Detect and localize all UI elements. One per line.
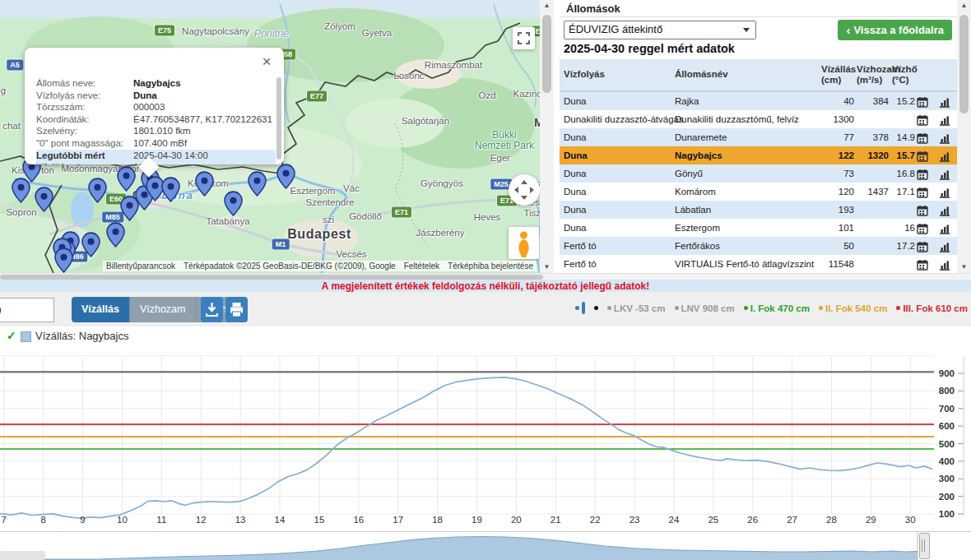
map-label: Vác: [343, 183, 360, 193]
station-marker[interactable]: [248, 171, 267, 197]
print-button[interactable]: [225, 297, 248, 322]
bar-chart-icon: [939, 241, 950, 252]
scrollbar-thumb[interactable]: [542, 15, 551, 93]
marker-pin-icon: [195, 171, 214, 197]
station-marker[interactable]: [161, 177, 180, 202]
report-map-error-link[interactable]: Térképhiba bejelentése: [448, 261, 533, 271]
region-select-value: ÉDUVIZIG áttekintő: [569, 23, 662, 35]
marker-pin-icon: [106, 222, 125, 248]
station-marker[interactable]: [276, 164, 295, 189]
download-button[interactable]: [201, 297, 223, 322]
svg-text:17: 17: [393, 515, 403, 525]
svg-text:900: 900: [939, 368, 955, 378]
svg-text:500: 500: [939, 439, 955, 449]
map[interactable]: gchatNagytapolcsányPonitrieZólyomGyetvaL…: [0, 0, 540, 273]
scroll-down-icon[interactable]: ▼: [540, 261, 554, 273]
station-marker[interactable]: [117, 166, 136, 192]
station-marker[interactable]: [88, 178, 107, 203]
bar-chart-icon: [939, 132, 950, 144]
calendar-icon: [917, 223, 928, 234]
bar-chart-icon: [939, 150, 950, 162]
legend-item[interactable]: II. Fok 540 cm: [819, 303, 887, 313]
bar-chart-icon: [939, 187, 950, 198]
series-toggle-label: Vízállás: Nagybajcs: [35, 330, 128, 342]
water-level-chart[interactable]: 1002003004005006007008009007891011121314…: [0, 345, 971, 531]
region-select[interactable]: ÉDUVIZIG áttekintő: [564, 21, 756, 39]
panel-vertical-scrollbar[interactable]: ▲ ▼: [957, 0, 971, 273]
back-to-main-button[interactable]: ‹Vissza a főoldalra: [838, 20, 952, 40]
info-row-label: Koordináták:: [36, 113, 133, 126]
table-row[interactable]: DunaRajka4038415.2: [560, 92, 957, 110]
table-row[interactable]: DunaDunaremete7737814.9: [560, 128, 957, 146]
station-marker[interactable]: [12, 178, 30, 203]
chart-navigator[interactable]: [0, 531, 971, 560]
map-vertical-scrollbar[interactable]: ▲ ▼: [540, 0, 554, 273]
map-label: Vecsés: [336, 249, 366, 259]
marker-pin-icon: [54, 248, 73, 273]
calendar-button[interactable]: [917, 258, 933, 273]
legend-item[interactable]: [594, 306, 598, 310]
pegman-icon: [509, 227, 539, 259]
tab-vizallas[interactable]: Vízállás: [72, 297, 130, 322]
legend-marker-bar: [582, 302, 585, 314]
table-row[interactable]: DunaNagybajcs122132015.7: [560, 146, 957, 164]
station-marker[interactable]: [106, 222, 125, 248]
table-row[interactable]: DunaEsztergom10116: [560, 219, 957, 237]
table-row[interactable]: DunaLábatlan193: [560, 201, 957, 219]
water-level-value: 1300: [821, 110, 854, 128]
scroll-up-icon[interactable]: ▲: [540, 0, 554, 12]
legend-item[interactable]: LKV -53 cm: [607, 303, 666, 313]
map-label: Losonc: [393, 71, 424, 81]
water-level-value: 40: [821, 92, 854, 110]
scrollbar-thumb[interactable]: [959, 15, 969, 113]
close-icon[interactable]: ×: [259, 54, 274, 69]
table-row[interactable]: Dunakiliti duzzasztó-átvágásDunakiliti d…: [560, 110, 957, 128]
marker-pin-icon: [12, 178, 30, 203]
series-toggle-row[interactable]: ✓ Vízállás: Nagybajcs: [0, 326, 971, 345]
scroll-up-icon[interactable]: ▲: [957, 0, 971, 12]
road-sign-e71: E71: [392, 207, 411, 218]
station-marker[interactable]: [54, 248, 73, 273]
printer-icon: [225, 297, 248, 322]
scroll-down-icon[interactable]: ▼: [957, 261, 971, 273]
tab-vizhozam[interactable]: Vízhozam: [130, 297, 197, 322]
legend-item[interactable]: LNV 908 cm: [675, 303, 735, 313]
table-row[interactable]: DunaKomárom120143717.1: [560, 183, 957, 201]
table-row[interactable]: Fertő tóVIRTUÁLIS Fertő-tó átlagvízszint…: [560, 255, 957, 273]
temp-value: 15.2: [890, 92, 915, 110]
fullscreen-button[interactable]: [513, 27, 535, 49]
pan-control[interactable]: [509, 174, 540, 206]
svg-text:27: 27: [787, 515, 797, 525]
legend-marker-dot: [744, 306, 748, 310]
station-name: Fertőrákos: [675, 237, 720, 255]
station-marker[interactable]: [81, 232, 100, 257]
legend-item[interactable]: III. Fok 610 cm: [896, 303, 968, 313]
pegman-control[interactable]: [509, 227, 539, 259]
legend-marker-dot: [896, 306, 900, 310]
svg-text:300: 300: [939, 474, 955, 484]
date-input[interactable]: [0, 298, 54, 322]
navigator-handle[interactable]: [919, 533, 930, 559]
check-icon[interactable]: ✓: [7, 329, 16, 342]
chart-button[interactable]: [939, 258, 955, 273]
chart-legend: LKV -53 cmLNV 908 cmI. Fok 470 cmII. Fok…: [575, 302, 968, 314]
panel-title: Állomások: [566, 2, 620, 15]
table-row[interactable]: DunaGönyű7316.8: [560, 164, 957, 183]
stations-table: VízfolyásÁllomásnévVízállás(cm)Vízhozam(…: [560, 59, 957, 273]
legend-item[interactable]: I. Fok 470 cm: [744, 303, 810, 313]
temp-value: 16.8: [890, 164, 915, 183]
svg-text:26: 26: [747, 515, 758, 525]
svg-text:7: 7: [2, 515, 7, 525]
map-label: Salgótarján: [402, 116, 449, 126]
station-marker[interactable]: [195, 171, 214, 197]
terms-link[interactable]: Feltételek: [404, 261, 439, 271]
info-window-scrollbar[interactable]: [276, 77, 281, 160]
flow-value: 1437: [854, 183, 889, 201]
station-marker[interactable]: [35, 187, 53, 212]
table-row[interactable]: Fertő tóFertőrákos5017.2: [560, 237, 957, 255]
pan-arrows-icon: [509, 174, 540, 206]
road-sign-a5: A5: [7, 60, 23, 71]
keyboard-shortcuts-link[interactable]: Billentyűparancsok: [106, 261, 175, 271]
station-marker[interactable]: [224, 191, 243, 216]
legend-item[interactable]: [575, 302, 585, 314]
